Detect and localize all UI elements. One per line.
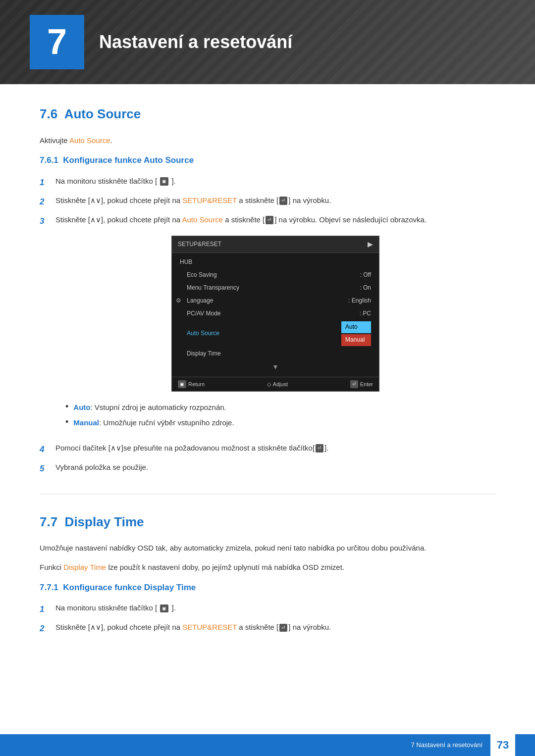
- monitor-row-display-time: Display Time: [172, 348, 379, 360]
- main-content: 7.6 Auto Source Aktivujte Auto Source. 7…: [0, 104, 535, 683]
- monitor-row-eco: Eco Saving : Off: [172, 269, 379, 282]
- enter-icon-step3: ⏎: [266, 216, 273, 224]
- monitor-row-language: ⚙ Language : English: [172, 295, 379, 307]
- step-7-6-2: 2 Stiskněte [∧∨], pokud chcete přejít na…: [40, 195, 495, 209]
- enter-icon-step2: ⏎: [279, 197, 287, 205]
- page-footer: 7 Nastavení a resetování 73: [0, 734, 535, 756]
- monitor-menu: HUB Eco Saving : Off Menu Transparency: [172, 253, 379, 376]
- bullet-list-auto-source: • Auto: Vstupní zdroj je automaticky roz…: [65, 402, 495, 429]
- step-7-6-5: 5 Vybraná položka se použije.: [40, 461, 495, 476]
- subsection-7-6-1-heading: 7.6.1 Konfigurace funkce Auto Source: [40, 153, 495, 167]
- page-number: 73: [490, 734, 515, 756]
- monitor-row-auto-source: Auto Source Auto Manual: [172, 320, 379, 348]
- section-7-7-intro2: Funkci Display Time lze použít k nastave…: [40, 561, 495, 574]
- steps-7-7: 1 Na monitoru stiskněte tlačítko [ ▣ ]. …: [40, 602, 495, 636]
- step-7-6-3: 3 Stiskněte [∧∨], pokud chcete přejít na…: [40, 214, 495, 437]
- enter-icon-7-7-2: ⏎: [279, 624, 287, 632]
- menu-icon-7-7-1: ▣: [160, 605, 168, 613]
- bottom-adjust: ◇ Adjust: [267, 380, 288, 389]
- section-separator: [40, 494, 495, 494]
- enter-icon-step4: ⏎: [316, 444, 323, 453]
- monitor-row-hub: HUB: [172, 256, 379, 269]
- monitor-row-pcav: PC/AV Mode : PC: [172, 307, 379, 320]
- bottom-enter: ⏎ Enter: [350, 380, 373, 389]
- section-7-7-intro1: Umožňuje nastavení nabídky OSD tak, aby …: [40, 542, 495, 554]
- monitor-bottom-bar: ▣ Return ◇ Adjust ⏎ Enter: [172, 377, 379, 391]
- monitor-title-bar: SETUP&RESET ▶: [172, 236, 379, 253]
- chapter-header: 7 Nastavení a resetování: [0, 0, 535, 84]
- bullet-manual: • Manual: Umožňuje ruční výběr vstupního…: [65, 417, 495, 429]
- monitor-divider: ▼: [172, 360, 379, 374]
- step-7-6-4: 4 Pomocí tlačítek [∧∨]se přesuňte na pož…: [40, 442, 495, 456]
- section-7-6-intro: Aktivujte Auto Source.: [40, 135, 495, 147]
- option-auto: Auto: [341, 321, 371, 333]
- return-icon-box: ▣: [178, 380, 186, 389]
- gear-icon: ⚙: [176, 296, 181, 306]
- monitor-title: SETUP&RESET: [178, 240, 221, 250]
- step-7-6-1: 1 Na monitoru stiskněte tlačítko [ ▣ ].: [40, 175, 495, 190]
- step-7-7-1: 1 Na monitoru stiskněte tlačítko [ ▣ ].: [40, 602, 495, 616]
- monitor-screenshot: SETUP&RESET ▶ HUB Eco Saving: [171, 236, 379, 392]
- step-7-7-2: 2 Stiskněte [∧∨], pokud chcete přejít na…: [40, 621, 495, 636]
- footer-text: 7 Nastavení a resetování: [411, 740, 482, 751]
- chapter-title: Nastavení a resetování: [99, 28, 292, 56]
- section-7-7-heading: 7.7 Display Time: [40, 512, 495, 533]
- enter-icon-box: ⏎: [350, 380, 358, 389]
- steps-7-6: 1 Na monitoru stiskněte tlačítko [ ▣ ]. …: [40, 175, 495, 476]
- subsection-7-7-1-heading: 7.7.1 Konfigurace funkce Display Time: [40, 581, 495, 594]
- option-manual: Manual: [341, 334, 371, 346]
- section-7-6: 7.6 Auto Source Aktivujte Auto Source. 7…: [40, 104, 495, 476]
- chapter-number: 7: [30, 15, 84, 69]
- monitor-row-menu-trans: Menu Transparency : On: [172, 282, 379, 295]
- monitor-arrow-right: ▶: [368, 239, 373, 250]
- bullet-auto: • Auto: Vstupní zdroj je automaticky roz…: [65, 402, 495, 414]
- menu-icon: ▣: [160, 177, 168, 186]
- bottom-return: ▣ Return: [178, 380, 205, 389]
- section-7-6-heading: 7.6 Auto Source: [40, 104, 495, 125]
- adjust-arrows: ◇: [267, 380, 271, 389]
- section-7-7: 7.7 Display Time Umožňuje nastavení nabí…: [40, 512, 495, 636]
